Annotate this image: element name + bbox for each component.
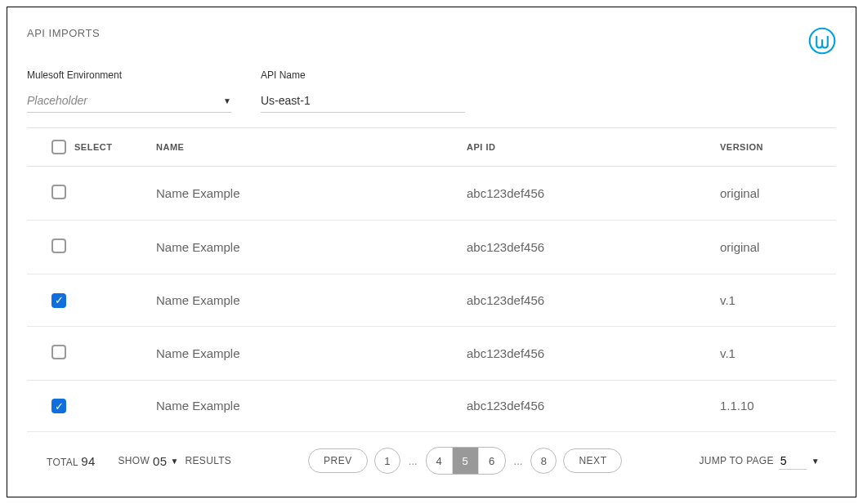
- col-header-apiid: API ID: [460, 128, 713, 167]
- row-checkbox[interactable]: [51, 185, 66, 199]
- table-header-row: SELECT NAME API ID VERSION: [27, 128, 836, 167]
- page-1-button[interactable]: 1: [374, 448, 400, 474]
- row-checkbox[interactable]: ✓: [51, 293, 66, 308]
- cell-name: Name Example: [150, 380, 460, 432]
- api-name-filter: API Name: [261, 69, 465, 113]
- ellipsis-icon: ...: [407, 455, 419, 467]
- total-label: TOTAL: [47, 457, 78, 468]
- page-group: 456: [426, 447, 506, 475]
- page-title: API IMPORTS: [27, 27, 100, 39]
- cell-version: v.1: [713, 274, 836, 327]
- jump-label: JUMP TO PAGE: [699, 455, 773, 466]
- page-4-button[interactable]: 4: [427, 448, 453, 474]
- footer: TOTAL 94 SHOW 05 ▼ RESULTS PREV 1 ... 45…: [27, 447, 836, 475]
- page-5-button[interactable]: 5: [453, 448, 479, 474]
- env-filter: Mulesoft Environment Placeholder ▼: [27, 69, 231, 113]
- cell-version: v.1: [713, 326, 836, 380]
- footer-left: TOTAL 94 SHOW 05 ▼ RESULTS: [47, 454, 231, 468]
- cell-apiid: abc123def456: [460, 167, 713, 221]
- row-checkbox[interactable]: ✓: [51, 399, 66, 413]
- total-group: TOTAL 94: [47, 454, 96, 468]
- cell-version: original: [713, 167, 836, 221]
- row-checkbox[interactable]: [51, 239, 66, 253]
- cell-apiid: abc123def456: [460, 326, 713, 380]
- col-header-select: SELECT: [74, 142, 112, 152]
- total-value: 94: [81, 454, 95, 468]
- check-icon: ✓: [55, 295, 64, 306]
- cell-name: Name Example: [150, 221, 460, 274]
- env-dropdown[interactable]: Placeholder ▼: [27, 89, 231, 113]
- caret-down-icon: ▼: [812, 457, 820, 466]
- api-name-label: API Name: [261, 69, 465, 81]
- caret-down-icon: ▼: [223, 96, 231, 105]
- jump-to-page: JUMP TO PAGE ▼: [699, 453, 820, 470]
- page-last-button[interactable]: 8: [530, 448, 557, 474]
- page-size-selector[interactable]: SHOW 05 ▼ RESULTS: [118, 454, 232, 468]
- col-header-version: VERSION: [713, 128, 836, 167]
- env-label: Mulesoft Environment: [27, 69, 231, 81]
- table-row: ✓Name Exampleabc123def456v.1: [27, 274, 836, 327]
- cell-name: Name Example: [150, 274, 460, 327]
- col-header-name: NAME: [150, 128, 460, 167]
- prev-button[interactable]: PREV: [308, 448, 368, 473]
- page-6-button[interactable]: 6: [479, 448, 505, 474]
- pagination: PREV 1 ... 456 ... 8 NEXT: [308, 447, 622, 475]
- app-frame: API IMPORTS Mulesoft Environment Placeho…: [7, 7, 856, 497]
- mulesoft-logo-icon: [808, 27, 836, 55]
- cell-version: 1.1.10: [713, 380, 836, 432]
- table-row: Name Exampleabc123def456v.1: [27, 326, 836, 380]
- cell-version: original: [713, 221, 836, 274]
- table-row: ✓Name Exampleabc123def4561.1.10: [27, 380, 836, 432]
- api-name-input[interactable]: [261, 89, 465, 113]
- filters-row: Mulesoft Environment Placeholder ▼ API N…: [27, 69, 836, 113]
- ellipsis-icon: ...: [512, 455, 525, 467]
- imports-table: SELECT NAME API ID VERSION Name Examplea…: [27, 127, 836, 432]
- cell-name: Name Example: [150, 167, 460, 221]
- cell-name: Name Example: [150, 326, 460, 380]
- row-checkbox[interactable]: [51, 345, 66, 359]
- check-icon: ✓: [55, 401, 64, 412]
- select-all-checkbox[interactable]: [51, 140, 66, 154]
- results-label: RESULTS: [186, 455, 232, 466]
- cell-apiid: abc123def456: [460, 274, 713, 327]
- caret-down-icon: ▼: [170, 457, 178, 466]
- show-value: 05: [153, 454, 167, 468]
- jump-input[interactable]: [779, 453, 807, 470]
- next-button[interactable]: NEXT: [563, 448, 622, 473]
- env-placeholder: Placeholder: [27, 94, 87, 107]
- cell-apiid: abc123def456: [460, 380, 713, 432]
- header: API IMPORTS: [27, 27, 836, 55]
- show-label: SHOW: [118, 455, 150, 466]
- cell-apiid: abc123def456: [460, 221, 713, 274]
- table-row: Name Exampleabc123def456original: [27, 221, 836, 274]
- table-row: Name Exampleabc123def456original: [27, 167, 836, 221]
